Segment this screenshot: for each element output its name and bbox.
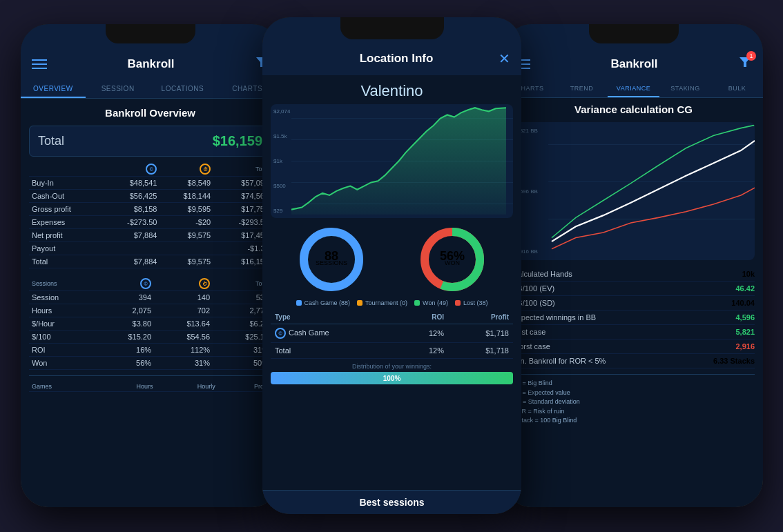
row-cg: $48,541 [102, 177, 160, 190]
y-label: $500 [273, 183, 290, 189]
distribution-pct: 100% [383, 375, 401, 382]
legend-tournament: Tournament (0) [357, 299, 407, 306]
table-row: Cash-Out $56,425 $18,144 $74,569 [29, 190, 271, 203]
filter-badge-right: 1 [746, 51, 756, 61]
notch-left [106, 24, 195, 43]
row-cg: $8,158 [102, 203, 160, 216]
stat-row: Best case 5,821 [512, 325, 755, 339]
location-title: Location Info [294, 52, 499, 66]
row-label: Total [29, 255, 102, 268]
tab-bar-left: OVERVIEW SESSION LOCATIONS CHARTS [21, 79, 280, 99]
legend-label: Cash Game (88) [304, 299, 351, 306]
table-row: Hours 2,075 702 2,777 [29, 304, 271, 317]
stat-row: Worst case 2,916 [512, 339, 755, 354]
row-label: Hours [29, 304, 95, 317]
row-tourney [160, 242, 213, 255]
stat-row: BB/100 (SD) 140.04 [512, 296, 755, 311]
filter-icon-right[interactable]: 1 [738, 55, 752, 72]
def-ev: EV = Expected value [512, 388, 755, 398]
row-tourney: $54.56 [154, 331, 213, 344]
ph-label [29, 161, 102, 177]
tab-staking[interactable]: STAKING [659, 79, 711, 97]
hamburger-icon[interactable] [32, 59, 47, 69]
tab-bar-right: CHARTS TREND VARIANCE STAKING BULK [504, 79, 763, 98]
distribution-label: Distribution of your winnings: [271, 363, 513, 370]
games-header: Games Hours Hourly Profit [29, 380, 271, 392]
phone-left: Bankroll 1 OVERVIEW SESSION LOCATIONS CH… [21, 24, 280, 507]
row-cg: $7,884 [102, 229, 160, 242]
title-right: Bankroll [530, 57, 738, 71]
stat-row: Min. Bankroll for ROR < 5% 6.33 Stacks [512, 354, 755, 368]
tab-locations[interactable]: LOCATIONS [151, 79, 215, 98]
row-tourney: 702 [154, 304, 213, 317]
row-label: Buy-In [29, 177, 102, 190]
th-profit: Profit [448, 311, 513, 324]
gh-games: Games [29, 380, 97, 392]
stat-row: Calculated Hands 10k [512, 267, 755, 282]
tab-variance[interactable]: VARIANCE [608, 79, 659, 97]
sh-label: Sessions [29, 275, 95, 291]
profit-table: © ⏱ Total Buy-In $48,541 $8,549 $57,090 … [29, 161, 271, 268]
row-label: Won [29, 357, 95, 370]
row-cg: 56% [95, 357, 154, 370]
tab-trend[interactable]: TREND [556, 79, 608, 97]
venue-name: Valentino [271, 75, 513, 104]
stat-value: 10k [742, 270, 755, 278]
legend-row: Cash Game (88) Tournament (0) Won (49) L… [271, 299, 513, 306]
ph-cg: © [102, 161, 160, 177]
stat-value: 5,821 [735, 328, 755, 336]
row-tourney: 140 [154, 291, 213, 304]
donut-row: 88 SESSIONS 56% WON [271, 225, 513, 294]
won-sublabel: WON [445, 259, 460, 266]
type-roi: 12% [400, 324, 448, 343]
sh-cg: © [95, 275, 154, 291]
total-row: Total $16,159 [29, 126, 271, 157]
y-label: $2,074 [273, 108, 290, 115]
type-profit: $1,718 [448, 324, 513, 343]
ph-tourney: ⏱ [160, 161, 213, 177]
row-tourney: -$20 [160, 216, 213, 229]
stat-value: 46.42 [735, 284, 755, 293]
sessions-table: Sessions © ⏱ Total Session 394 140 534 [29, 275, 271, 370]
type-profit: $1,718 [448, 343, 513, 359]
legend-label: Tournament (0) [365, 299, 407, 306]
legend-dot-cashgame [296, 300, 302, 306]
legend-dot-tournament [357, 300, 362, 306]
notch-center [340, 17, 444, 39]
tab-bulk[interactable]: BULK [711, 79, 763, 97]
row-cg: 394 [95, 291, 154, 304]
row-tourney: 112% [154, 344, 213, 357]
table-row: Total 12% $1,718 [271, 343, 513, 359]
screen-left: Bankroll 1 OVERVIEW SESSION LOCATIONS CH… [21, 24, 280, 507]
table-row: Buy-In $48,541 $8,549 $57,090 [29, 177, 271, 190]
type-roi: 12% [400, 343, 448, 359]
row-tourney: $9,595 [160, 203, 213, 216]
won-donut: 56% WON [418, 225, 487, 294]
y-label: $1.5k [273, 133, 290, 139]
legend-lost: Lost (38) [455, 299, 488, 306]
row-label: Cash-Out [29, 190, 102, 203]
sessions-sublabel: SESSIONS [316, 259, 347, 266]
sessions-header-row: Sessions © ⏱ Total [29, 275, 271, 291]
row-cg: $7,884 [102, 255, 160, 268]
def-bb: BB = Big Blind [512, 379, 755, 388]
stat-value: 4,596 [735, 313, 755, 322]
th-roi: ROI [400, 311, 448, 324]
legend-dot-won [414, 300, 420, 306]
gh-hours: Hours [97, 380, 155, 392]
row-tourney: $8,549 [160, 177, 213, 190]
tab-overview[interactable]: OVERVIEW [21, 79, 86, 98]
table-row: ROI 16% 112% 31% [29, 344, 271, 357]
y-label: $29 [273, 208, 290, 214]
sessions-donut: 88 SESSIONS [297, 225, 366, 294]
close-button[interactable]: ✕ [499, 50, 510, 67]
row-label: Net profit [29, 229, 102, 242]
row-label: Expenses [29, 216, 102, 229]
definitions: BB = Big Blind EV = Expected value SD = … [512, 374, 755, 426]
tab-session[interactable]: SESSION [86, 79, 151, 98]
stats-list: Calculated Hands 10k BB/100 (EV) 46.42 B… [512, 267, 755, 368]
row-tourney: $18,144 [160, 190, 213, 203]
phones-container: Bankroll 1 OVERVIEW SESSION LOCATIONS CH… [0, 0, 783, 532]
best-sessions-label: Best sessions [359, 497, 424, 508]
row-cg: $15.20 [95, 331, 154, 344]
